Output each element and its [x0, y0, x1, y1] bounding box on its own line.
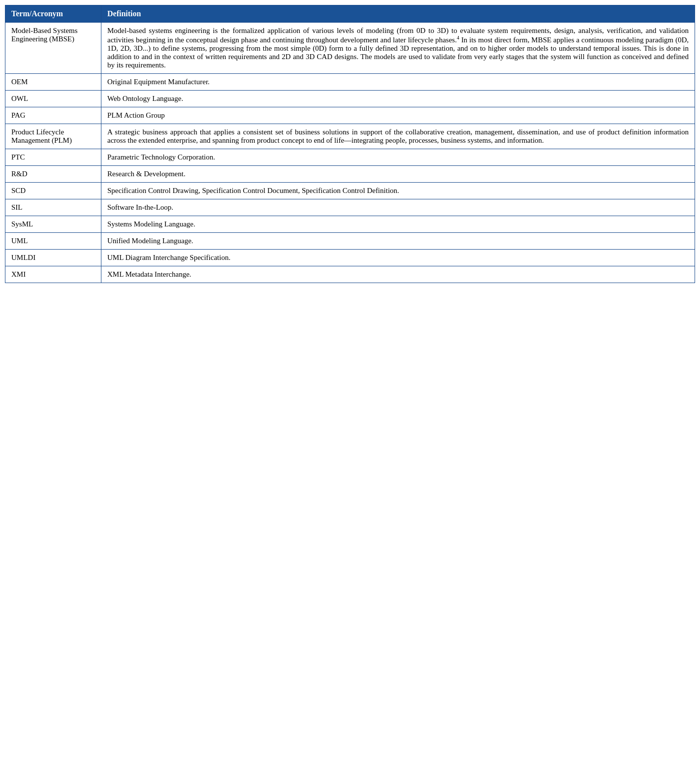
- definition-cell: Model-based systems engineering is the f…: [101, 23, 695, 74]
- definition-cell: Web Ontology Language.: [101, 91, 695, 107]
- table-header-row: Term/Acronym Definition: [5, 5, 695, 23]
- definition-cell: UML Diagram Interchange Specification.: [101, 250, 695, 266]
- term-cell: SIL: [5, 199, 101, 216]
- term-cell: OWL: [5, 91, 101, 107]
- table-row: SysMLSystems Modeling Language.: [5, 216, 695, 233]
- definition-cell: Systems Modeling Language.: [101, 216, 695, 233]
- table-row: SCDSpecification Control Drawing, Specif…: [5, 183, 695, 199]
- term-cell: UMLDI: [5, 250, 101, 266]
- table-row: UMLDIUML Diagram Interchange Specificati…: [5, 250, 695, 266]
- term-cell: XMI: [5, 266, 101, 283]
- definition-cell: Specification Control Drawing, Specifica…: [101, 183, 695, 199]
- term-cell: PAG: [5, 107, 101, 124]
- table-row: Model-Based Systems Engineering (MBSE)Mo…: [5, 23, 695, 74]
- term-cell: OEM: [5, 74, 101, 91]
- definition-cell: Software In-the-Loop.: [101, 199, 695, 216]
- definition-cell: Unified Modeling Language.: [101, 233, 695, 250]
- definition-cell: Original Equipment Manufacturer.: [101, 74, 695, 91]
- definition-cell: PLM Action Group: [101, 107, 695, 124]
- term-cell: Model-Based Systems Engineering (MBSE): [5, 23, 101, 74]
- table-row: Product Lifecycle Management (PLM)A stra…: [5, 124, 695, 149]
- term-cell: SysML: [5, 216, 101, 233]
- term-cell: UML: [5, 233, 101, 250]
- table-row: XMIXML Metadata Interchange.: [5, 266, 695, 283]
- term-column-header: Term/Acronym: [5, 5, 101, 23]
- table-row: PAGPLM Action Group: [5, 107, 695, 124]
- term-cell: Product Lifecycle Management (PLM): [5, 124, 101, 149]
- table-row: SILSoftware In-the-Loop.: [5, 199, 695, 216]
- definition-cell: Research & Development.: [101, 166, 695, 183]
- table-row: OEMOriginal Equipment Manufacturer.: [5, 74, 695, 91]
- definition-cell: A strategic business approach that appli…: [101, 124, 695, 149]
- table-row: R&DResearch & Development.: [5, 166, 695, 183]
- definition-cell: Parametric Technology Corporation.: [101, 149, 695, 166]
- term-cell: SCD: [5, 183, 101, 199]
- term-cell: PTC: [5, 149, 101, 166]
- glossary-table: Term/Acronym Definition Model-Based Syst…: [5, 5, 695, 283]
- table-row: UMLUnified Modeling Language.: [5, 233, 695, 250]
- table-row: PTCParametric Technology Corporation.: [5, 149, 695, 166]
- definition-column-header: Definition: [101, 5, 695, 23]
- table-row: OWLWeb Ontology Language.: [5, 91, 695, 107]
- definition-cell: XML Metadata Interchange.: [101, 266, 695, 283]
- term-cell: R&D: [5, 166, 101, 183]
